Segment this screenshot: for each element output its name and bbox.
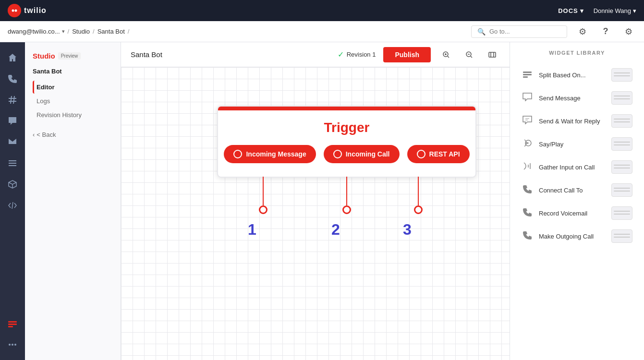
sidebar-more-icon[interactable]: [3, 335, 22, 354]
widget-thumbnail: [611, 206, 632, 220]
svg-rect-16: [523, 76, 528, 78]
send-wait-icon: [522, 116, 533, 127]
breadcrumb-studio[interactable]: Studio: [72, 28, 90, 35]
breadcrumb: dwang@twilio.co... ▾ / Studio / Santa Bo…: [8, 28, 129, 35]
rest-api-label: REST API: [429, 150, 460, 158]
top-navigation: twilio DOCS ▾ Donnie Wang ▾: [0, 0, 644, 21]
widget-make-outgoing-call[interactable]: Make Outgoing Call: [518, 225, 636, 248]
sidebar-studio-icon[interactable]: [3, 314, 22, 333]
sidebar-home-icon[interactable]: [3, 48, 22, 67]
widget-record-voicemail[interactable]: Record Voicemail: [518, 202, 636, 225]
connector-2: [342, 177, 351, 214]
svg-rect-13: [489, 52, 496, 57]
widget-thumbnail: [611, 114, 632, 128]
breadcrumb-separator: /: [68, 28, 70, 35]
widget-label-send-wait: Send & Wait for Reply: [539, 118, 600, 125]
connector-3: [414, 177, 423, 214]
sidebar-phone-icon[interactable]: [3, 69, 22, 88]
svg-point-9: [9, 344, 11, 346]
left-nav-panel: Studio Preview Santa Bot Editor Logs Rev…: [25, 42, 121, 360]
widget-thumbnail: [611, 229, 632, 243]
sidebar-message-icon[interactable]: [3, 132, 22, 152]
widget-label-gather-input: Gather Input on Call: [539, 164, 595, 171]
widget-split-based-on[interactable]: Split Based On...: [518, 63, 636, 86]
zoom-in-button[interactable]: [438, 47, 454, 62]
connector-line-1: [263, 177, 264, 205]
nav-item-editor[interactable]: Editor: [33, 81, 113, 94]
widget-label-connect-call: Connect Call To: [539, 187, 583, 194]
gather-input-icon: [522, 161, 533, 173]
widget-item-left: Connect Call To: [522, 185, 583, 196]
widget-label-send-message: Send Message: [539, 95, 581, 102]
incoming-message-button[interactable]: Incoming Message: [224, 145, 316, 163]
publish-button[interactable]: Publish: [383, 47, 431, 62]
sidebar-chat-icon[interactable]: [3, 111, 22, 131]
widget-thumbnail: [611, 91, 632, 105]
revision-label: Revision 1: [347, 51, 376, 58]
svg-point-1: [15, 10, 17, 12]
svg-rect-3: [9, 163, 16, 164]
settings-icon[interactable]: ⚙: [621, 24, 636, 39]
help-icon[interactable]: ?: [598, 24, 613, 39]
svg-rect-2: [9, 160, 16, 161]
back-label: < Back: [36, 131, 56, 138]
flow-canvas[interactable]: Trigger Incoming Message Incoming Call: [121, 67, 510, 360]
split-icon: [522, 69, 533, 82]
zoom-out-button[interactable]: [462, 47, 477, 62]
account-selector[interactable]: dwang@twilio.co... ▾: [8, 28, 65, 35]
widget-item-left: Say/Play: [522, 138, 563, 150]
svg-point-10: [14, 344, 16, 346]
sidebar-list-icon[interactable]: [3, 154, 22, 173]
send-message-icon: [522, 93, 533, 104]
breadcrumb-separator: /: [93, 28, 95, 35]
connector-line-3: [418, 177, 419, 205]
back-link[interactable]: ‹ < Back: [33, 131, 113, 138]
connector-dot-2: [342, 205, 351, 214]
number-label-1: 1: [248, 221, 256, 239]
search-input[interactable]: [489, 28, 561, 35]
connector-dot-3: [414, 205, 423, 214]
notifications-icon[interactable]: ⚙: [575, 24, 590, 39]
connector-dot-1: [259, 205, 267, 214]
fit-screen-button[interactable]: [485, 47, 500, 62]
studio-label: Studio: [33, 52, 55, 60]
widget-item-left: Record Voicemail: [522, 208, 587, 219]
docs-link[interactable]: DOCS ▾: [558, 7, 584, 14]
nav-item-logs[interactable]: Logs: [33, 95, 113, 108]
widget-send-message[interactable]: Send Message: [518, 86, 636, 109]
user-menu[interactable]: Donnie Wang ▾: [594, 7, 636, 14]
breadcrumb-bar: dwang@twilio.co... ▾ / Studio / Santa Bo…: [0, 21, 644, 42]
widget-connect-call[interactable]: Connect Call To: [518, 179, 636, 202]
connect-call-icon: [522, 185, 533, 196]
search-bar[interactable]: 🔍: [471, 25, 567, 38]
breadcrumb-separator: /: [128, 28, 130, 35]
say-play-icon: [522, 138, 533, 150]
connector-1: [259, 177, 267, 214]
sidebar-code-icon[interactable]: [3, 196, 22, 215]
twilio-owl-icon: [8, 4, 21, 17]
sidebar-cube-icon[interactable]: [3, 175, 22, 194]
breadcrumb-bot[interactable]: Santa Bot: [97, 28, 125, 35]
widget-item-left: Gather Input on Call: [522, 161, 595, 173]
back-arrow-icon: ‹: [33, 131, 35, 138]
svg-rect-15: [523, 74, 532, 75]
sidebar-hash-icon[interactable]: [3, 90, 22, 109]
circle-icon: [333, 150, 342, 158]
canvas-area: Santa Bot ✓ Revision 1 Publish: [121, 42, 510, 360]
widget-send-wait-reply[interactable]: Send & Wait for Reply: [518, 109, 636, 132]
chevron-down-icon: ▾: [633, 7, 636, 14]
incoming-call-button[interactable]: Incoming Call: [324, 145, 400, 163]
trigger-title: Trigger: [230, 120, 464, 135]
rest-api-button[interactable]: REST API: [407, 145, 470, 163]
nav-item-revision-history[interactable]: Revision History: [33, 108, 113, 121]
widget-label-record-voicemail: Record Voicemail: [539, 210, 587, 217]
trigger-body: Trigger Incoming Message Incoming Call: [218, 110, 475, 177]
studio-header: Studio Preview: [33, 52, 113, 60]
record-voicemail-icon: [522, 208, 533, 219]
incoming-call-label: Incoming Call: [346, 150, 390, 158]
widget-say-play[interactable]: Say/Play: [518, 132, 636, 156]
preview-badge: Preview: [58, 52, 81, 60]
widget-gather-input[interactable]: Gather Input on Call: [518, 156, 636, 179]
svg-rect-6: [8, 324, 17, 325]
widget-label-say-play: Say/Play: [539, 141, 563, 148]
